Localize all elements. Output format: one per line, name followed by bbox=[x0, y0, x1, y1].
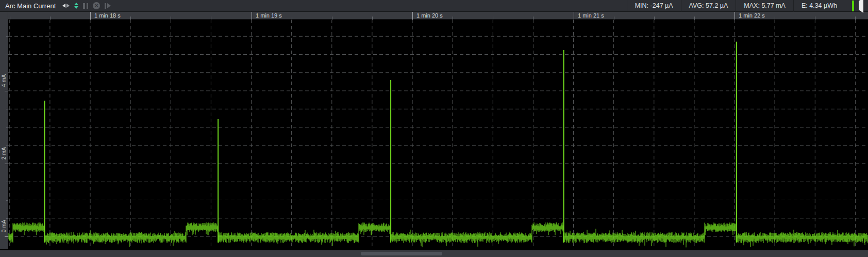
grid-lines bbox=[8, 20, 868, 249]
time-tick-minor bbox=[10, 17, 10, 20]
close-icon[interactable]: ✕ bbox=[93, 2, 100, 10]
time-tick-major bbox=[735, 12, 735, 20]
current-tick-minor bbox=[6, 109, 8, 109]
step-forward-icon[interactable] bbox=[105, 2, 111, 10]
time-tick-label: 1 min 20 s bbox=[416, 12, 443, 19]
time-tick-minor bbox=[372, 17, 373, 20]
horizontal-scrollbar[interactable] bbox=[0, 250, 868, 257]
time-tick-minor bbox=[493, 17, 493, 20]
time-tick-minor bbox=[855, 17, 856, 20]
time-tick-minor bbox=[332, 17, 332, 20]
time-tick-minor bbox=[211, 17, 211, 20]
recording-indicator bbox=[852, 1, 854, 11]
time-tick-minor bbox=[453, 17, 453, 20]
time-tick-major bbox=[252, 12, 252, 20]
time-tick-minor bbox=[815, 17, 815, 20]
power-analyzer-window: Arc Main Current ✕ MIN: -247 µA AVG: 57.… bbox=[0, 0, 868, 257]
current-tick-major bbox=[5, 236, 8, 237]
current-tick-minor bbox=[6, 218, 8, 219]
plot-area[interactable] bbox=[8, 20, 868, 249]
current-axis[interactable]: 0 mA2 mA4 mA bbox=[0, 12, 8, 249]
time-tick-minor bbox=[775, 17, 775, 20]
stat-max: MAX: 5.77 mA bbox=[736, 0, 793, 12]
current-tick-minor bbox=[6, 182, 8, 182]
current-tick-minor bbox=[6, 55, 8, 55]
stat-avg: AVG: 57.2 µA bbox=[681, 0, 736, 12]
time-tick-major bbox=[90, 12, 91, 20]
time-tick-minor bbox=[171, 17, 171, 20]
toolbar-icons: ✕ bbox=[62, 2, 111, 10]
time-tick-label: 1 min 19 s bbox=[256, 12, 282, 19]
current-tick-minor bbox=[6, 127, 8, 128]
stats-bar: MIN: -247 µA AVG: 57.2 µA MAX: 5.77 mA E… bbox=[627, 0, 845, 12]
current-tick-label: 0 mA bbox=[1, 220, 7, 233]
stat-energy: E: 4.34 µWh bbox=[793, 0, 845, 12]
current-tick-minor bbox=[6, 200, 8, 201]
horizontal-scrollbar-thumb[interactable] bbox=[361, 252, 442, 255]
current-chart[interactable] bbox=[8, 20, 868, 249]
current-tick-minor bbox=[6, 73, 8, 73]
current-tick-major bbox=[5, 91, 8, 91]
time-tick-label: 1 min 21 s bbox=[578, 12, 604, 19]
current-tick-major bbox=[5, 164, 8, 164]
channel-title: Arc Main Current bbox=[5, 2, 56, 10]
current-tick-minor bbox=[6, 36, 8, 37]
time-tick-minor bbox=[130, 17, 131, 20]
time-tick-major bbox=[574, 12, 574, 20]
time-tick-label: 1 min 22 s bbox=[739, 12, 765, 19]
time-tick-minor bbox=[654, 17, 655, 20]
time-tick-minor bbox=[533, 17, 533, 20]
time-tick-label: 1 min 18 s bbox=[94, 12, 121, 19]
current-tick-label: 2 mA bbox=[1, 147, 7, 160]
channel-toolbar: Arc Main Current ✕ MIN: -247 µA AVG: 57.… bbox=[0, 0, 868, 12]
autoscale-y-icon[interactable] bbox=[74, 2, 78, 10]
time-tick-major bbox=[412, 12, 413, 20]
time-tick-minor bbox=[614, 17, 614, 20]
current-tick-label: 4 mA bbox=[1, 74, 7, 87]
prev-icon[interactable] bbox=[62, 2, 70, 10]
time-tick-minor bbox=[694, 17, 695, 20]
time-tick-minor bbox=[50, 17, 51, 20]
stat-min: MIN: -247 µA bbox=[627, 0, 681, 12]
time-tick-minor bbox=[292, 17, 292, 20]
collapse-panel-icon[interactable] bbox=[859, 1, 863, 10]
current-spikes bbox=[45, 42, 737, 243]
current-tick-minor bbox=[6, 146, 8, 146]
pause-icon[interactable] bbox=[83, 2, 88, 10]
time-ruler[interactable]: 1 min 18 s1 min 19 s1 min 20 s1 min 21 s… bbox=[0, 12, 868, 20]
